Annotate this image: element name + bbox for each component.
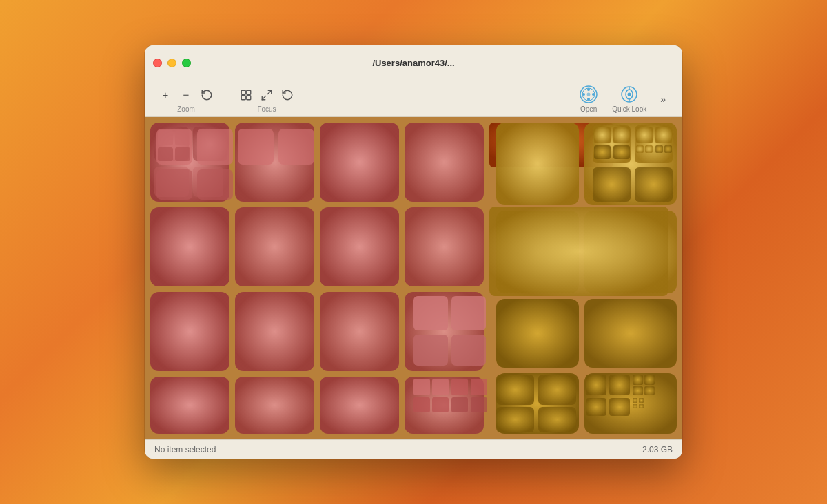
svg-rect-73 <box>496 375 534 405</box>
svg-rect-48 <box>489 207 668 296</box>
svg-rect-90 <box>451 296 486 330</box>
plus-icon: + <box>163 89 169 101</box>
svg-rect-22 <box>405 123 484 202</box>
svg-rect-98 <box>432 397 449 412</box>
svg-rect-0 <box>241 90 245 94</box>
svg-point-11 <box>592 93 595 96</box>
svg-rect-74 <box>538 375 576 405</box>
svg-rect-31 <box>150 377 229 434</box>
svg-rect-60 <box>645 145 653 153</box>
svg-rect-54 <box>613 127 630 143</box>
svg-rect-77 <box>586 375 606 395</box>
svg-rect-26 <box>405 207 484 286</box>
focus-buttons <box>236 85 297 105</box>
fractal-svg <box>145 117 682 439</box>
svg-rect-68 <box>197 169 233 200</box>
toolbar-divider-1 <box>229 91 229 107</box>
minimize-button[interactable] <box>167 59 176 67</box>
svg-rect-64 <box>197 129 233 165</box>
toolbar: + − Zoom <box>145 81 682 117</box>
svg-rect-97 <box>414 397 430 412</box>
svg-rect-92 <box>451 335 486 366</box>
svg-rect-51 <box>593 167 631 202</box>
status-text: No item selected <box>154 445 216 454</box>
zoom-reset-button[interactable] <box>197 85 216 105</box>
open-icon-container <box>579 85 598 104</box>
close-button[interactable] <box>153 59 162 67</box>
svg-rect-80 <box>609 398 630 416</box>
focus-grid-button[interactable] <box>236 85 256 105</box>
focus-label: Focus <box>257 105 276 113</box>
svg-rect-75 <box>496 407 534 432</box>
svg-rect-58 <box>655 127 672 143</box>
svg-rect-94 <box>432 379 449 395</box>
svg-rect-85 <box>633 398 637 403</box>
undo-icon <box>201 89 213 101</box>
svg-rect-45 <box>584 299 677 368</box>
open-icon <box>579 85 598 104</box>
zoom-buttons: + − <box>156 85 216 105</box>
svg-rect-25 <box>320 207 399 286</box>
fractal-display <box>145 117 682 439</box>
svg-rect-67 <box>156 169 192 200</box>
svg-rect-89 <box>414 296 448 330</box>
svg-rect-70 <box>175 130 190 145</box>
svg-rect-62 <box>664 145 672 153</box>
grid-icon <box>240 89 252 101</box>
quick-look-label: Quick Look <box>612 105 646 113</box>
svg-rect-79 <box>586 398 606 416</box>
quick-look-icon <box>620 85 639 104</box>
titlebar: /Users/anamor43/... <box>145 45 682 81</box>
svg-rect-23 <box>150 207 229 286</box>
svg-rect-88 <box>639 404 644 408</box>
focus-undo-button[interactable] <box>278 85 297 105</box>
svg-rect-52 <box>635 167 673 202</box>
finder-window: /Users/anamor43/... + − Zoom <box>145 45 682 459</box>
statusbar: No item selected 2.03 GB <box>145 439 682 459</box>
svg-rect-84 <box>644 386 655 395</box>
svg-rect-56 <box>613 145 630 159</box>
focus-expand-button[interactable] <box>257 85 276 105</box>
svg-point-12 <box>587 93 591 96</box>
traffic-lights <box>153 59 191 67</box>
svg-rect-82 <box>644 375 655 385</box>
svg-rect-95 <box>451 379 468 395</box>
zoom-section: + − Zoom <box>156 85 216 113</box>
svg-rect-96 <box>471 379 487 395</box>
undo2-icon <box>281 89 294 101</box>
svg-rect-66 <box>278 129 314 165</box>
svg-line-4 <box>268 90 272 94</box>
svg-rect-93 <box>414 379 430 395</box>
svg-rect-59 <box>636 145 644 153</box>
focus-section: Focus <box>236 85 297 113</box>
svg-rect-71 <box>158 147 173 161</box>
quick-look-action[interactable]: Quick Look <box>606 82 652 116</box>
open-action[interactable]: Open <box>573 82 604 116</box>
maximize-button[interactable] <box>182 59 191 67</box>
zoom-label: Zoom <box>177 105 195 113</box>
svg-rect-32 <box>235 377 314 434</box>
svg-rect-100 <box>471 397 487 412</box>
svg-rect-87 <box>633 404 637 408</box>
expand-icon <box>261 89 273 101</box>
svg-rect-29 <box>320 292 399 371</box>
window-path: /Users/anamor43/... <box>372 58 454 68</box>
svg-point-15 <box>628 93 631 96</box>
svg-rect-40 <box>496 123 579 205</box>
svg-rect-99 <box>451 397 468 412</box>
svg-rect-27 <box>150 292 229 371</box>
svg-rect-65 <box>238 129 274 165</box>
open-label: Open <box>580 105 597 113</box>
more-button[interactable]: » <box>655 91 671 107</box>
svg-rect-78 <box>609 375 630 395</box>
svg-rect-91 <box>414 335 448 366</box>
zoom-out-button[interactable]: − <box>176 85 196 105</box>
svg-rect-81 <box>633 375 643 385</box>
svg-rect-3 <box>247 95 251 99</box>
svg-rect-44 <box>496 299 579 368</box>
svg-rect-83 <box>633 386 643 395</box>
zoom-in-button[interactable]: + <box>156 85 175 105</box>
quick-look-icon-container <box>620 85 639 104</box>
svg-rect-28 <box>235 292 314 371</box>
svg-rect-2 <box>241 95 245 99</box>
